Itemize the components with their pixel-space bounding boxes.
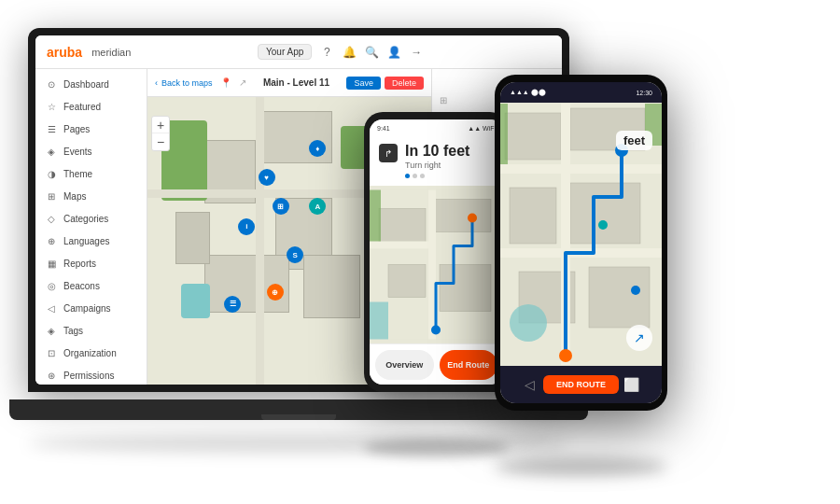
map-title: Main - Level 11 (254, 77, 340, 88)
panel-map-icon: ⊞ (440, 95, 447, 105)
phone-right-shadow (495, 457, 667, 476)
delete-button[interactable]: Delete (385, 77, 424, 90)
android-back-btn[interactable]: ◁ (521, 375, 539, 394)
sidebar-label-maps: Maps (63, 191, 86, 202)
sidebar-label-dashboard: Dashboard (63, 79, 109, 90)
svg-point-26 (598, 220, 608, 230)
sidebar-label-tags: Tags (63, 326, 83, 336)
dashboard-icon: ⊙ (45, 77, 58, 91)
phone-left-screen: 9:41 ▲▲ WiFi ↱ In 10 feet Turn right (370, 119, 503, 385)
notification-icon[interactable]: 🔔 (342, 45, 357, 60)
nav-dot-1 (405, 174, 410, 178)
sidebar: ⊙ Dashboard ☆ Featured ☰ Pages ◈ (35, 69, 147, 385)
phone-right: ▲▲▲ ⬤⬤ 12:30 (495, 75, 667, 411)
overview-button[interactable]: Overview (375, 350, 434, 380)
zoom-in-button[interactable]: + (152, 117, 169, 133)
sidebar-item-languages[interactable]: ⊕ Languages (35, 230, 147, 252)
phone-left: 9:41 ▲▲ WiFi ↱ In 10 feet Turn right (364, 112, 509, 392)
svg-rect-17 (589, 267, 650, 328)
svg-point-25 (559, 349, 572, 362)
svg-rect-14 (510, 188, 556, 244)
phone-right-bottom-bar: ◁ END ROUTE ⬜ (500, 366, 662, 403)
svg-rect-2 (435, 200, 491, 232)
map-pin-heart[interactable]: ♥ (259, 169, 275, 186)
map-pin-5[interactable]: S (287, 246, 303, 263)
phone-right-icons: ▲▲▲ ⬤⬤ (510, 89, 546, 96)
map-pin-orange[interactable]: ⊕ (267, 284, 284, 301)
sidebar-item-campaigns[interactable]: ◁ Campaigns (35, 297, 147, 319)
map-pin-nav[interactable]: ⊞ (273, 198, 289, 215)
languages-icon: ⊕ (45, 234, 58, 247)
sidebar-item-dashboard[interactable]: ⊙ Dashboard (35, 73, 147, 95)
phone-right-time: 12:30 (636, 90, 652, 96)
maps-icon: ⊞ (45, 189, 58, 203)
nav-turn-icon: ↱ (379, 144, 398, 162)
sidebar-item-pages[interactable]: ☰ Pages (35, 118, 147, 140)
phone-left-shadow (364, 439, 509, 457)
phone-left-map[interactable] (370, 186, 503, 343)
theme-icon: ◑ (45, 167, 58, 180)
phone-nav-header: ↱ In 10 feet Turn right (370, 136, 503, 186)
svg-rect-18 (500, 164, 662, 174)
aruba-logo: aruba meridian (47, 45, 131, 60)
save-button[interactable]: Save (346, 77, 381, 90)
header-icons: ? 🔔 🔍 👤 → (319, 45, 424, 60)
campaigns-icon: ◁ (45, 301, 58, 315)
zoom-out-button[interactable]: − (152, 133, 169, 150)
share-icon: ↗ (239, 77, 246, 88)
compass-icon[interactable]: ↗ (626, 325, 652, 351)
sidebar-label-theme: Theme (63, 169, 92, 179)
back-label: Back to maps (161, 78, 213, 88)
building-5 (303, 255, 360, 318)
phone-right-map[interactable]: feet ↗ (500, 103, 662, 366)
svg-point-23 (510, 304, 547, 342)
nav-dots (405, 174, 494, 178)
sidebar-item-tags[interactable]: ◈ Tags (35, 319, 147, 342)
header-center: Your App ? 🔔 🔍 👤 → (131, 44, 551, 60)
svg-rect-5 (370, 242, 435, 249)
your-app-button[interactable]: Your App (258, 44, 312, 60)
user-icon[interactable]: 👤 (386, 45, 401, 60)
phone-left-status-bar: 9:41 ▲▲ WiFi (370, 119, 503, 136)
svg-rect-1 (379, 209, 426, 246)
nav-distance: In 10 feet (405, 144, 494, 159)
sidebar-label-pages: Pages (63, 124, 90, 134)
reports-icon: ▦ (45, 257, 58, 270)
events-icon: ◈ (45, 145, 58, 158)
sidebar-item-beacons[interactable]: ◎ Beacons (35, 274, 147, 297)
sidebar-item-organization[interactable]: ⊡ Organization (35, 342, 147, 364)
svg-rect-3 (388, 265, 426, 298)
beacons-icon: ◎ (45, 279, 58, 292)
phone-left-signal: ▲▲ WiFi (468, 125, 496, 132)
sidebar-item-permissions[interactable]: ⊛ Permissions (35, 364, 147, 385)
search-icon[interactable]: 🔍 (364, 45, 379, 60)
sidebar-item-reports[interactable]: ▦ Reports (35, 252, 147, 274)
map-pin-blue[interactable]: ☰ (224, 296, 241, 313)
end-route-button[interactable]: End Route (440, 350, 498, 380)
logo-text: aruba (47, 45, 82, 60)
svg-rect-21 (500, 104, 508, 164)
map-pin-11[interactable]: ♦ (309, 140, 326, 157)
distance-overlay: feet (616, 131, 652, 150)
help-icon[interactable]: ? (319, 45, 334, 60)
sidebar-item-maps[interactable]: ⊞ Maps (35, 185, 147, 207)
map-pin-teal[interactable]: A (309, 198, 326, 215)
water-feature (181, 284, 209, 318)
feet-label: feet (623, 133, 645, 147)
map-actions: Save Delete (346, 77, 424, 90)
phone-right-screen: ▲▲▲ ⬤⬤ 12:30 (500, 82, 662, 403)
sidebar-item-events[interactable]: ◈ Events (35, 140, 147, 162)
phone-left-map-svg (370, 186, 503, 343)
org-icon: ⊡ (45, 346, 58, 359)
sidebar-item-categories[interactable]: ◇ Categories (35, 207, 147, 230)
sidebar-item-theme[interactable]: ◑ Theme (35, 162, 147, 185)
svg-rect-15 (570, 183, 640, 244)
end-route-right-button[interactable]: END ROUTE (543, 375, 619, 394)
scene: aruba meridian Your App ? 🔔 🔍 👤 → (0, 0, 840, 504)
categories-icon: ◇ (45, 212, 58, 225)
map-pin-info[interactable]: i (238, 218, 255, 235)
logout-icon[interactable]: → (409, 45, 424, 60)
android-menu-btn[interactable]: ⬜ (623, 375, 641, 394)
sidebar-item-featured[interactable]: ☆ Featured (35, 95, 147, 118)
back-to-maps-button[interactable]: ‹ Back to maps (155, 78, 213, 88)
